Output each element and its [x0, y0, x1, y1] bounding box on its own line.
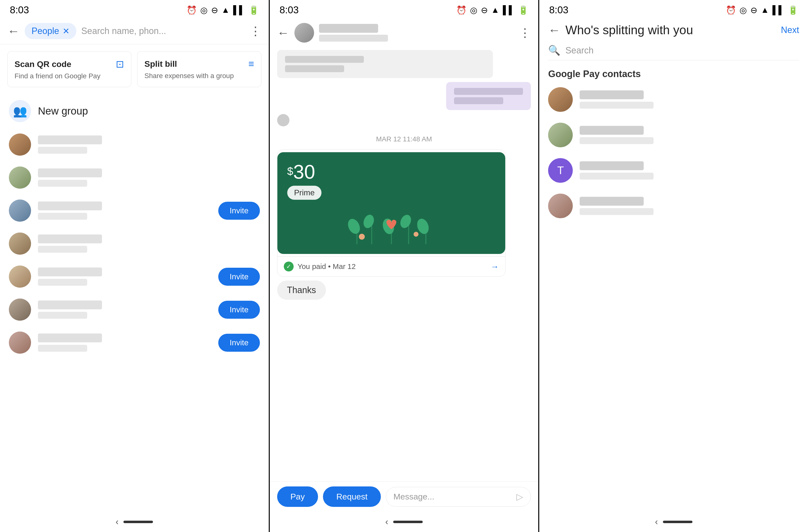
split-search-bar[interactable]: 🔍 Search: [548, 44, 799, 60]
split-contact-row-3[interactable]: T: [539, 153, 808, 188]
invite-button-6[interactable]: Invite: [218, 301, 260, 319]
back-button-1[interactable]: ←: [7, 24, 20, 38]
contact-detail-2: [38, 180, 87, 187]
contact-name-4: [38, 235, 102, 243]
scan-qr-desc: Find a friend on Google Pay: [15, 72, 124, 80]
dnd-icon-3: ⊖: [750, 5, 757, 15]
signal-icon-2: ▌▌: [503, 5, 515, 15]
svg-point-8: [398, 213, 413, 230]
chat-contact-name: [319, 24, 378, 33]
battery-icon: 🔋: [249, 5, 259, 15]
contact-list-1: Invite Invite Invite: [0, 128, 269, 512]
google-pay-contacts-title: Google Pay contacts: [539, 63, 808, 82]
location-icon: ◎: [200, 5, 208, 15]
split-contact-info-2: [580, 126, 799, 144]
status-bar-3: 8:03 ⏰ ◎ ⊖ ▲ ▌▌ 🔋: [539, 0, 808, 18]
contact-name-7: [38, 333, 102, 342]
request-button[interactable]: Request: [323, 487, 381, 507]
back-button-2[interactable]: ←: [277, 25, 290, 40]
contact-row-4[interactable]: [0, 227, 269, 260]
new-group-row[interactable]: 👥 New group: [0, 94, 269, 128]
split-contact-row-2[interactable]: [539, 117, 808, 153]
message-placeholder: Message...: [393, 492, 434, 501]
payment-footer[interactable]: ✓ You paid • Mar 12 →: [277, 256, 506, 276]
split-contact-row-4[interactable]: [539, 188, 808, 224]
invite-button-3[interactable]: Invite: [218, 202, 260, 220]
wifi-icon-3: ▲: [761, 5, 769, 15]
chat-body: MAR 12 11:48 AM $30 Prime: [270, 48, 538, 481]
chip-people-label: People: [32, 26, 59, 36]
more-options-icon[interactable]: ⋮: [250, 24, 261, 38]
scan-qr-card[interactable]: Scan QR code ⊡ Find a friend on Google P…: [7, 51, 131, 87]
avatar-5: [9, 265, 31, 288]
contact-row-1[interactable]: [0, 128, 269, 161]
contact-row-6[interactable]: Invite: [0, 293, 269, 326]
alarm-icon-2: ⏰: [456, 5, 466, 15]
chat-msg-1: [277, 50, 493, 78]
send-icon[interactable]: ▷: [516, 492, 523, 502]
message-input[interactable]: Message... ▷: [386, 487, 531, 507]
status-time-2: 8:03: [280, 4, 299, 16]
nav-pill-2: [393, 521, 423, 523]
blur-line-1: [285, 56, 364, 63]
status-icons-2: ⏰ ◎ ⊖ ▲ ▌▌ 🔋: [456, 5, 529, 15]
contact-detail-5: [38, 279, 87, 286]
action-cards: Scan QR code ⊡ Find a friend on Google P…: [0, 44, 269, 94]
contact-detail-1: [38, 147, 87, 154]
avatar-2: [9, 166, 31, 189]
contact-info-7: [38, 333, 212, 352]
contact-info-3: [38, 201, 212, 220]
chip-close-icon[interactable]: ✕: [62, 26, 70, 36]
payment-arrow-icon[interactable]: →: [491, 262, 499, 271]
contact-row-2[interactable]: [0, 161, 269, 194]
chat-msg-3-container: [277, 114, 531, 129]
split-bill-icon: ≡: [248, 58, 254, 70]
contact-info-4: [38, 235, 260, 253]
invite-button-5[interactable]: Invite: [218, 268, 260, 286]
split-contact-row-1[interactable]: [539, 82, 808, 117]
contact-info-2: [38, 168, 260, 187]
back-button-3[interactable]: ←: [548, 23, 561, 37]
pay-button[interactable]: Pay: [277, 487, 318, 507]
svg-point-10: [359, 234, 365, 240]
split-contact-info-3: [580, 161, 799, 180]
status-bar-1: 8:03 ⏰ ◎ ⊖ ▲ ▌▌ 🔋: [0, 0, 269, 18]
next-button[interactable]: Next: [781, 25, 799, 35]
people-chip[interactable]: People ✕: [25, 23, 76, 39]
payment-card-container[interactable]: $30 Prime: [277, 149, 506, 277]
contact-row-5[interactable]: Invite: [0, 260, 269, 293]
contact-info-1: [38, 135, 260, 154]
panel1-header: ← People ✕ Search name, phon... ⋮: [0, 18, 269, 44]
more-options-icon-2[interactable]: ⋮: [519, 26, 531, 40]
split-name-3: [580, 161, 644, 170]
split-bill-card[interactable]: Split bill ≡ Share expenses with a group: [137, 51, 261, 87]
payment-decoration-svg: [287, 205, 496, 244]
split-avatar-4: [548, 194, 573, 218]
scan-qr-header: Scan QR code ⊡: [15, 58, 124, 70]
status-bar-2: 8:03 ⏰ ◎ ⊖ ▲ ▌▌ 🔋: [270, 0, 538, 18]
split-title: Who's splitting with you: [565, 23, 693, 37]
panel-chat: 8:03 ⏰ ◎ ⊖ ▲ ▌▌ 🔋 ← ⋮: [270, 0, 539, 532]
chat-contact-detail: [319, 35, 388, 42]
split-bill-title: Split bill: [144, 59, 177, 69]
payment-amount: $30: [287, 162, 496, 182]
contact-detail-7: [38, 345, 87, 352]
svg-point-6: [362, 213, 376, 230]
split-avatar-1: [548, 87, 573, 112]
location-icon-2: ◎: [470, 5, 477, 15]
small-avatar: [277, 114, 290, 126]
split-bill-desc: Share expenses with a group: [144, 72, 254, 80]
invite-button-7[interactable]: Invite: [218, 334, 260, 352]
contact-info-5: [38, 268, 212, 286]
split-contact-info-4: [580, 197, 799, 215]
battery-icon-2: 🔋: [518, 5, 528, 15]
split-avatar-3: T: [548, 158, 573, 183]
check-icon: ✓: [284, 261, 294, 271]
contact-row-7[interactable]: Invite: [0, 326, 269, 359]
search-input-1[interactable]: Search name, phon...: [81, 26, 245, 36]
contact-name-6: [38, 300, 102, 309]
contact-row-3[interactable]: Invite: [0, 194, 269, 227]
chat-date: MAR 12 11:48 AM: [277, 135, 531, 143]
battery-icon-3: 🔋: [788, 5, 798, 15]
status-icons-1: ⏰ ◎ ⊖ ▲ ▌▌ 🔋: [186, 5, 259, 15]
